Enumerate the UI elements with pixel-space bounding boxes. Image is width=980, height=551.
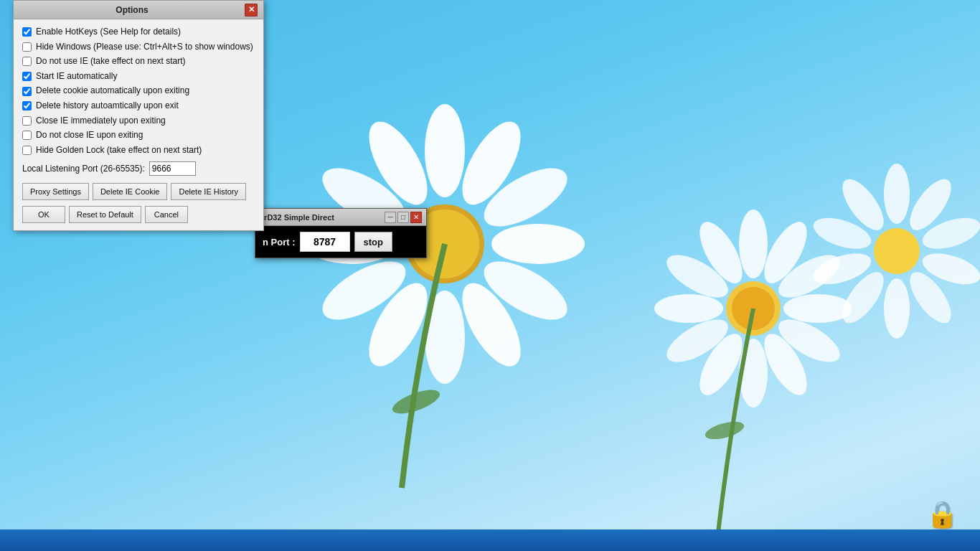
reset-to-default-button[interactable]: Reset to Default — [69, 206, 141, 223]
checkbox-row-5: Delete cookie automatically upon exiting — [22, 85, 255, 97]
checkbox-row-2: Hide Windows (Please use: Ctrl+Alt+S to … — [22, 42, 255, 53]
hide-windows-checkbox[interactable] — [22, 42, 32, 52]
desktop: Options ✕ Enable HotKeys (See Help for d… — [0, 0, 980, 551]
svg-point-33 — [884, 278, 910, 339]
options-title: Options — [19, 5, 245, 15]
do-not-close-ie-label[interactable]: Do not close IE upon exiting — [36, 130, 143, 141]
svg-point-8 — [314, 250, 415, 331]
port-label: Local Listening Port (26-65535): — [22, 164, 145, 174]
svg-point-21 — [692, 327, 751, 401]
sd-minimize-button[interactable]: ─ — [385, 212, 396, 223]
start-ie-automatically-label[interactable]: Start IE automatically — [36, 71, 117, 83]
svg-point-26 — [726, 281, 781, 336]
checkbox-row-3: Do not use IE (take effect on next start… — [22, 56, 255, 67]
sd-window-controls: ─ □ ✕ — [385, 212, 422, 223]
simple-direct-titlebar: arD32 Simple Direct ─ □ ✕ — [255, 209, 426, 226]
svg-point-28 — [884, 164, 910, 224]
svg-point-37 — [835, 173, 891, 237]
svg-point-4 — [475, 250, 576, 331]
hide-windows-label[interactable]: Hide Windows (Please use: Ctrl+Alt+S to … — [36, 42, 253, 53]
do-not-use-ie-label[interactable]: Do not use IE (take effect on next start… — [36, 56, 186, 67]
svg-point-22 — [660, 311, 734, 371]
close-ie-label[interactable]: Close IE immediately upon exiting — [36, 116, 166, 127]
checkbox-row-8: Do not close IE upon exiting — [22, 130, 255, 141]
close-ie-checkbox[interactable] — [22, 116, 32, 126]
svg-point-39 — [390, 385, 443, 418]
simple-direct-dialog: arD32 Simple Direct ─ □ ✕ n Port : stop — [255, 208, 427, 258]
checkbox-row-9: Hide Golden Lock (take effect on next st… — [22, 145, 255, 156]
delete-cookie-checkbox[interactable] — [22, 87, 32, 96]
svg-point-11 — [357, 113, 438, 214]
proxy-settings-button[interactable]: Proxy Settings — [22, 183, 89, 200]
bottom-buttons-row: OK Reset to Default Cancel — [22, 206, 255, 223]
svg-point-38 — [874, 228, 920, 274]
svg-point-16 — [772, 247, 846, 306]
svg-point-23 — [654, 294, 723, 323]
delete-history-checkbox[interactable] — [22, 101, 32, 110]
svg-point-19 — [756, 327, 816, 401]
svg-point-40 — [703, 418, 745, 443]
simple-direct-content: n Port : stop — [255, 226, 426, 258]
svg-point-32 — [903, 265, 958, 329]
options-dialog: Options ✕ Enable HotKeys (See Help for d… — [13, 0, 264, 231]
svg-point-30 — [919, 212, 980, 255]
sd-port-label: n Port : — [263, 237, 296, 248]
options-content: Enable HotKeys (See Help for details) Hi… — [14, 19, 263, 230]
svg-point-0 — [425, 104, 465, 197]
do-not-close-ie-checkbox[interactable] — [22, 131, 32, 140]
ok-button[interactable]: OK — [22, 206, 65, 223]
svg-point-1 — [451, 113, 532, 214]
svg-point-7 — [357, 274, 438, 375]
action-buttons-row: Proxy Settings Delete IE Cookie Delete I… — [22, 183, 255, 200]
start-ie-automatically-checkbox[interactable] — [22, 72, 32, 81]
options-close-button[interactable]: ✕ — [245, 4, 258, 17]
hide-golden-lock-label[interactable]: Hide Golden Lock (take effect on next st… — [36, 145, 202, 156]
svg-point-35 — [809, 248, 875, 291]
do-not-use-ie-checkbox[interactable] — [22, 57, 32, 66]
options-titlebar: Options ✕ — [14, 1, 263, 19]
checkbox-row-1: Enable HotKeys (See Help for details) — [22, 27, 255, 38]
delete-cookie-label[interactable]: Delete cookie automatically upon exiting — [36, 85, 189, 97]
sd-close-button[interactable]: ✕ — [410, 212, 422, 223]
svg-point-5 — [451, 274, 532, 375]
port-input[interactable] — [149, 161, 196, 176]
svg-point-14 — [739, 209, 768, 278]
checkbox-row-7: Close IE immediately upon exiting — [22, 116, 255, 127]
cancel-button[interactable]: Cancel — [145, 206, 188, 223]
svg-point-24 — [660, 247, 734, 306]
svg-point-34 — [835, 265, 891, 329]
svg-point-18 — [772, 311, 846, 371]
enable-hotkeys-checkbox[interactable] — [22, 27, 32, 37]
svg-point-31 — [919, 248, 980, 291]
svg-point-17 — [783, 294, 852, 323]
svg-point-25 — [692, 215, 751, 289]
svg-point-6 — [425, 291, 465, 384]
enable-hotkeys-label[interactable]: Enable HotKeys (See Help for details) — [36, 27, 181, 38]
delete-history-label[interactable]: Delete history autoamtically upon exit — [36, 100, 179, 112]
lock-icon: 🔒 — [926, 499, 958, 529]
sd-port-input[interactable] — [300, 232, 350, 252]
checkbox-row-6: Delete history autoamtically upon exit — [22, 100, 255, 112]
hide-golden-lock-checkbox[interactable] — [22, 146, 32, 155]
simple-direct-title: arD32 Simple Direct — [260, 213, 385, 222]
svg-point-27 — [732, 287, 775, 330]
checkbox-row-4: Start IE automatically — [22, 71, 255, 83]
taskbar — [0, 529, 980, 551]
svg-point-36 — [809, 212, 875, 255]
svg-point-2 — [475, 156, 576, 237]
delete-ie-cookie-button[interactable]: Delete IE Cookie — [93, 183, 168, 200]
svg-point-3 — [491, 224, 585, 264]
svg-point-20 — [739, 339, 768, 408]
sd-stop-button[interactable]: stop — [354, 232, 392, 252]
delete-ie-history-button[interactable]: Delete IE History — [171, 183, 246, 200]
svg-point-15 — [756, 215, 816, 289]
sd-maximize-button[interactable]: □ — [397, 212, 409, 223]
port-row: Local Listening Port (26-65535): — [22, 161, 255, 176]
svg-point-29 — [903, 173, 958, 237]
